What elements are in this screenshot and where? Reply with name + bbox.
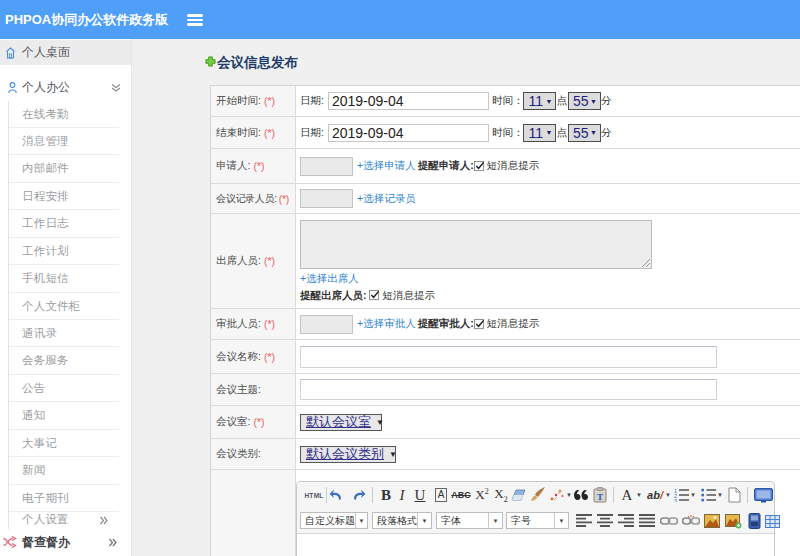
svg-text:3: 3 [674, 498, 677, 502]
svg-text:T: T [597, 492, 603, 502]
